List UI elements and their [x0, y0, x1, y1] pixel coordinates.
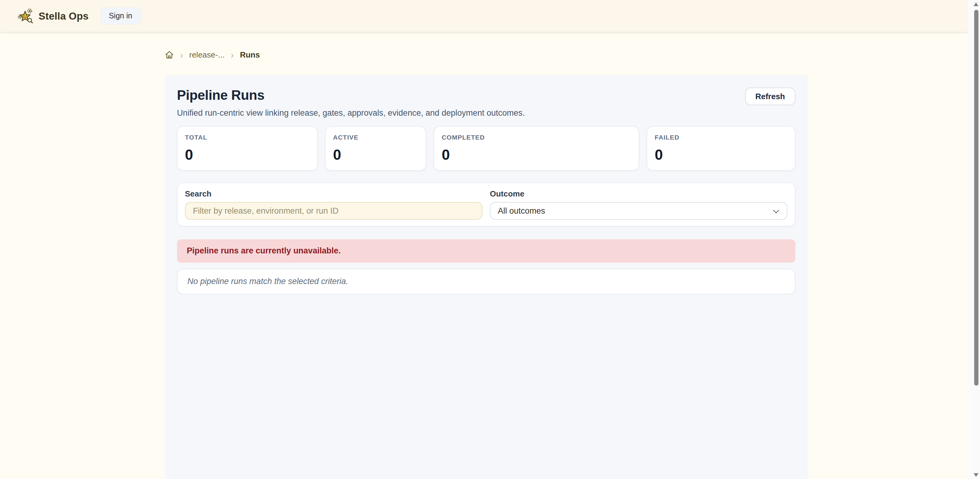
scrollbar-thumb[interactable]: [974, 10, 978, 386]
breadcrumb-home-link[interactable]: [165, 50, 174, 59]
stat-label: TOTAL: [185, 134, 310, 142]
stats-row: TOTAL 0 ACTIVE 0 COMPLETED 0 FAILED 0: [177, 126, 795, 171]
stat-label: FAILED: [655, 134, 788, 142]
page-subtitle: Unified run-centric view linking release…: [177, 108, 525, 119]
empty-state-message: No pipeline runs match the selected crit…: [177, 269, 795, 294]
home-icon: [165, 50, 174, 59]
outcome-label: Outcome: [490, 189, 788, 198]
page-title: Pipeline Runs: [177, 88, 525, 103]
stat-value: 0: [185, 146, 310, 164]
breadcrumb: › release-... › Runs: [165, 50, 808, 59]
stat-card-active: ACTIVE 0: [325, 126, 426, 171]
stat-card-completed: COMPLETED 0: [434, 126, 640, 171]
star-mascot-icon: [17, 9, 33, 23]
refresh-button[interactable]: Refresh: [745, 88, 795, 105]
app-viewport: Stella Ops Sign in › release-... › Runs: [0, 0, 980, 479]
stat-value: 0: [333, 146, 418, 164]
brand-name: Stella Ops: [38, 10, 89, 22]
search-field-group: Search: [185, 189, 482, 220]
breadcrumb-separator: ›: [180, 50, 183, 59]
page-head: Pipeline Runs Unified run-centric view l…: [177, 88, 795, 119]
stat-value: 0: [655, 146, 788, 164]
page: Stella Ops Sign in › release-... › Runs: [0, 0, 968, 479]
breadcrumb-parent-link[interactable]: release-...: [189, 50, 225, 59]
app-header: Stella Ops Sign in: [0, 0, 968, 32]
pipeline-runs-panel: Pipeline Runs Unified run-centric view l…: [165, 75, 808, 479]
filter-card: Search Outcome All outcomes: [177, 182, 795, 226]
scroll-up-arrow-icon[interactable]: [973, 2, 978, 6]
stat-card-failed: FAILED 0: [647, 126, 795, 171]
chevron-down-icon: [773, 207, 779, 213]
outcome-selected-value: All outcomes: [498, 206, 545, 215]
breadcrumb-separator: ›: [231, 50, 234, 59]
content-column: › release-... › Runs Pipeline Runs Unifi…: [165, 50, 808, 479]
search-input[interactable]: [185, 202, 482, 220]
outcome-select[interactable]: All outcomes: [490, 202, 788, 220]
stat-card-total: TOTAL 0: [177, 126, 318, 171]
search-label: Search: [185, 189, 482, 198]
stat-value: 0: [442, 146, 632, 164]
breadcrumb-current: Runs: [240, 50, 260, 59]
vertical-scrollbar: [968, 0, 980, 479]
scroll-down-arrow-icon[interactable]: [973, 473, 978, 477]
page-head-text: Pipeline Runs Unified run-centric view l…: [177, 88, 525, 119]
outcome-field-group: Outcome All outcomes: [490, 189, 788, 220]
stat-label: COMPLETED: [442, 134, 632, 142]
sign-in-button[interactable]: Sign in: [100, 7, 140, 24]
error-banner: Pipeline runs are currently unavailable.: [177, 239, 795, 263]
stat-label: ACTIVE: [333, 134, 418, 142]
